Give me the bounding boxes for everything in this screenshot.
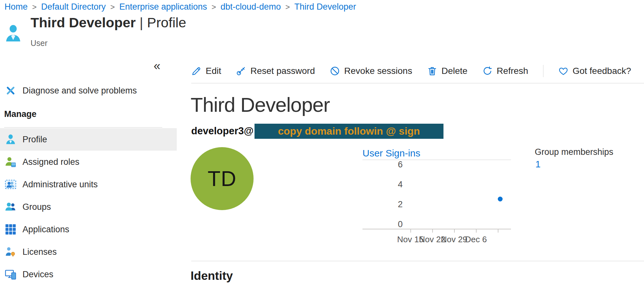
command-bar-separator — [543, 65, 543, 77]
x-axis-tick — [476, 229, 477, 233]
page-title-name: Third Developer — [31, 15, 136, 30]
breadcrumb-separator: > — [211, 3, 216, 11]
sidebar-item-applications[interactable]: Applications — [0, 218, 177, 241]
sidebar-item-label: Applications — [22, 225, 69, 235]
breadcrumb-item-default-directory[interactable]: Default Directory — [41, 2, 106, 12]
command-label: Reset password — [250, 66, 315, 76]
y-axis-tick-label: 0 — [377, 220, 403, 229]
page-title-section: Profile — [147, 15, 186, 30]
x-axis-line — [362, 229, 511, 229]
admin-units-icon — [5, 179, 16, 190]
refresh-icon — [482, 66, 493, 76]
x-axis-tick — [432, 229, 433, 233]
pencil-icon — [191, 66, 201, 76]
sidebar-item-diagnose-and-solve-problems[interactable]: Diagnose and solve problems — [0, 81, 177, 100]
sign-in-data-point — [498, 197, 503, 201]
upn-prefix-text: developer3@ — [191, 125, 254, 137]
user-avatar-icon — [4, 24, 22, 45]
sidebar-item-assigned-roles[interactable]: Assigned roles — [0, 151, 177, 173]
applications-grid-icon — [5, 224, 16, 235]
sidebar-item-label: Groups — [22, 202, 51, 212]
user-sign-ins-chart: User Sign-ins 6420Nov 15Nov 22Nov 29Dec … — [362, 147, 511, 247]
y-axis-tick-label: 6 — [377, 160, 403, 169]
sidebar-item-licenses[interactable]: Licenses — [0, 241, 177, 263]
breadcrumb-item-dbt-cloud-demo[interactable]: dbt-cloud-demo — [220, 2, 281, 12]
page-subtitle: User — [31, 39, 48, 48]
assigned-roles-icon — [5, 156, 16, 168]
x-axis-tick — [498, 229, 498, 233]
refresh-button[interactable]: Refresh — [482, 66, 528, 76]
group-memberships-count-link[interactable]: 1 — [535, 159, 541, 170]
command-bar: EditReset passwordRevoke sessionsDeleteR… — [191, 62, 631, 80]
trash-icon — [427, 66, 437, 76]
breadcrumb-separator: > — [285, 3, 290, 11]
section-divider — [191, 261, 644, 261]
key-icon — [236, 66, 246, 76]
command-label: Refresh — [497, 66, 528, 76]
reset-password-button[interactable]: Reset password — [236, 66, 315, 76]
sidebar-item-profile[interactable]: Profile — [0, 128, 177, 151]
command-label: Edit — [206, 66, 221, 76]
redaction-annotation: copy domain followin @ sign — [255, 124, 443, 139]
sidebar-item-label: Devices — [22, 270, 53, 280]
page-title: Third Developer|Profile — [31, 15, 186, 31]
breadcrumb-item-enterprise-applications[interactable]: Enterprise applications — [119, 2, 207, 12]
breadcrumb-item-home[interactable]: Home — [4, 2, 28, 12]
breadcrumb-separator: > — [110, 3, 115, 11]
y-axis-tick-label: 2 — [377, 200, 403, 209]
sidebar-item-groups[interactable]: Groups — [0, 196, 177, 218]
breadcrumb-item-third-developer[interactable]: Third Developer — [294, 2, 356, 12]
sidebar-item-label: Assigned roles — [22, 157, 79, 167]
x-axis-tick — [410, 229, 411, 233]
breadcrumb: Home>Default Directory>Enterprise applic… — [4, 2, 356, 12]
identity-section-heading: Identity — [191, 269, 233, 283]
sidebar-item-label: Licenses — [22, 247, 57, 257]
profile-person-icon — [5, 134, 16, 145]
groups-icon — [5, 201, 16, 213]
diagnose-tools-icon — [5, 85, 16, 96]
x-axis-tick-label: Dec 6 — [458, 235, 494, 244]
licenses-icon — [5, 246, 16, 258]
delete-button[interactable]: Delete — [427, 66, 468, 76]
edit-button[interactable]: Edit — [191, 66, 221, 76]
command-label: Revoke sessions — [344, 66, 412, 76]
got-feedback-button[interactable]: Got feedback? — [558, 66, 631, 76]
avatar: TD — [191, 147, 254, 210]
sidebar-section-divider — [4, 127, 162, 128]
sidebar-collapse-button[interactable]: « — [154, 60, 160, 72]
block-icon — [330, 66, 340, 76]
heart-icon — [558, 66, 568, 76]
sidebar-item-label: Diagnose and solve problems — [22, 86, 137, 96]
user-display-name: Third Developer — [191, 93, 330, 116]
chart-title-link[interactable]: User Sign-ins — [362, 148, 420, 159]
sidebar-item-administrative-units[interactable]: Administrative units — [0, 173, 177, 196]
sidebar-item-label: Administrative units — [22, 180, 98, 190]
command-label: Got feedback? — [573, 66, 631, 76]
breadcrumb-separator: > — [32, 3, 37, 11]
sidebar-item-devices[interactable]: Devices — [0, 263, 177, 284]
sidebar-section-manage: Manage — [4, 109, 37, 119]
page-title-separator: | — [139, 15, 143, 30]
azure-user-profile-page: Home>Default Directory>Enterprise applic… — [0, 0, 644, 284]
command-bar-divider — [191, 83, 644, 84]
sidebar-nav: ProfileAssigned rolesAdministrative unit… — [0, 128, 177, 284]
user-principal-name: developer3@ copy domain followin @ sign — [191, 123, 443, 139]
revoke-sessions-button[interactable]: Revoke sessions — [330, 66, 412, 76]
x-axis-tick — [454, 229, 455, 233]
sidebar-item-label: Profile — [22, 135, 47, 145]
devices-icon — [5, 269, 16, 280]
y-axis-tick-label: 4 — [377, 180, 403, 189]
group-memberships-label: Group memberships — [535, 147, 613, 157]
command-label: Delete — [442, 66, 468, 76]
